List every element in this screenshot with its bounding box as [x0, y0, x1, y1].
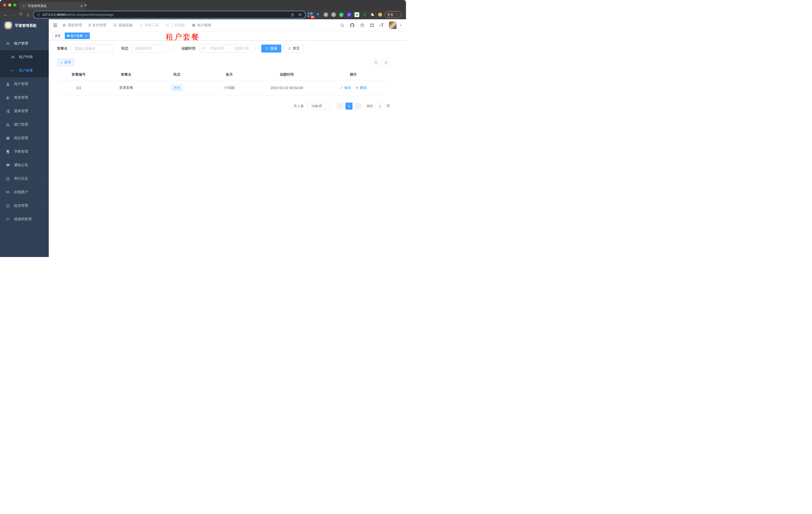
logo-image [4, 22, 12, 29]
user-avatar[interactable] [389, 22, 397, 29]
date-end-placeholder[interactable]: 结束日期 [232, 46, 252, 51]
sidebar-item-label: 用户管理 [14, 82, 28, 86]
sidebar-item-dict-management[interactable]: 字典管理 [0, 145, 49, 158]
sidebar-item-sms-management[interactable]: 短信管理 [0, 199, 49, 213]
next-page-button[interactable] [354, 103, 361, 110]
nav-item-reports[interactable]: 统计报表 [192, 23, 211, 28]
balloon-extension-icon[interactable] [316, 12, 320, 17]
command-extension-icon[interactable]: ⌘ [323, 12, 328, 17]
sidebar-item-audit-log[interactable]: 审计日志 [0, 172, 49, 185]
org-icon [5, 123, 10, 127]
font-size-icon[interactable]: тT [379, 23, 384, 28]
sidebar-item-tenant-management[interactable]: 租户管理 [0, 37, 49, 50]
nav-item-devtools[interactable]: 研发工具 [139, 23, 159, 28]
page-size-value: 10条/页 [311, 104, 322, 108]
tag-home[interactable]: 首页 [52, 32, 63, 39]
y-extension-icon[interactable]: y [339, 12, 344, 17]
package-name-input-wrap [71, 45, 113, 53]
chevron-right-icon [356, 105, 359, 108]
sidebar-item-errorcode-management[interactable]: 错误码管理 [0, 213, 49, 226]
chevron-down-icon[interactable]: ▼ [400, 24, 402, 27]
share-icon[interactable] [290, 13, 294, 17]
nav-item-system[interactable]: 系统管理 [62, 23, 82, 28]
dot-extension-icon[interactable] [331, 12, 336, 17]
browser-update-button[interactable]: 更新 ⋮ [384, 11, 402, 18]
col-created: 创建时间 [257, 69, 317, 80]
extensions-row: 10 ⌘ y [308, 12, 382, 17]
prev-page-button[interactable] [337, 103, 344, 110]
goto-page-input[interactable] [375, 103, 385, 110]
status-select-placeholder: 请选择状态 [135, 46, 152, 51]
sidebar-item-tenant-package[interactable]: 租户套餐 [0, 64, 49, 77]
page-size-select[interactable]: 10条/页 [308, 103, 331, 110]
collapse-sidebar-icon[interactable] [53, 23, 58, 28]
search-button[interactable]: 搜索 [261, 45, 281, 53]
tag-tenant-package[interactable]: 租户套餐 ✕ [65, 32, 90, 39]
signal-user-icon [5, 190, 10, 194]
top-nav: 系统管理 ¥ 支付管理 基础设施 研发工具 工作流程 [62, 23, 211, 28]
minimize-window-button[interactable] [8, 3, 11, 6]
tag-label: 租户套餐 [71, 34, 83, 38]
date-start-placeholder[interactable]: 开始日期 [207, 46, 227, 51]
nav-label: 统计报表 [197, 23, 211, 28]
fullscreen-icon[interactable] [370, 23, 374, 28]
nav-label: 系统管理 [68, 23, 82, 28]
nav-item-workflow[interactable]: 工作流程 [166, 23, 185, 28]
refresh-table-button[interactable] [382, 58, 390, 66]
sidebar-item-role-management[interactable]: 角色管理 [0, 91, 49, 104]
date-separator: - [229, 47, 230, 51]
package-name-input[interactable] [74, 46, 110, 51]
url-bar[interactable]: 127.0.0.1:48080/admin-ui/system/tenant/p… [33, 11, 305, 18]
browser-tab[interactable]: 芋道管理系统 ✕ [20, 2, 86, 10]
close-window-button[interactable] [3, 3, 6, 6]
delete-link[interactable]: 删除 [355, 86, 367, 90]
tab-close-icon[interactable]: ✕ [80, 4, 83, 8]
shield-extension-icon[interactable] [347, 12, 351, 17]
github-icon[interactable] [350, 23, 355, 28]
forward-button[interactable]: → [9, 12, 17, 17]
people-icon [5, 42, 10, 46]
home-button[interactable]: ⌂ [25, 12, 32, 18]
maximize-window-button[interactable] [13, 3, 16, 6]
back-button[interactable]: ← [2, 12, 9, 17]
sidebar-item-post-management[interactable]: 岗位管理 [0, 131, 49, 145]
sidebar-item-menu-management[interactable]: 菜单管理 [0, 104, 49, 118]
help-icon[interactable] [360, 23, 365, 28]
new-tab-button[interactable]: + [84, 2, 87, 8]
sidebar-item-user-management[interactable]: 用户管理 [0, 77, 49, 91]
chat-icon [5, 163, 10, 167]
add-button[interactable]: + 新增 [57, 59, 74, 66]
search-button-label: 搜索 [270, 46, 277, 51]
puzzle-extension-icon[interactable] [370, 12, 375, 17]
nav-item-infrastructure[interactable]: 基础设施 [113, 23, 133, 28]
filter-status-label: 状态 [121, 46, 128, 51]
url-path: /admin-ui/system/tenant/package [66, 13, 114, 17]
tag-close-icon[interactable]: ✕ [85, 34, 87, 37]
sidebar-item-label: 审计日志 [14, 177, 28, 181]
search-icon[interactable] [340, 23, 345, 28]
site-info-icon[interactable] [36, 13, 40, 17]
sidebar-item-notice[interactable]: 通知公告 [0, 158, 49, 172]
extension-badge: 10 [311, 16, 315, 19]
reload-button[interactable] [17, 12, 25, 18]
reset-button[interactable]: 重置 [284, 45, 304, 53]
tab-title: 芋道管理系统 [28, 4, 80, 8]
bookmark-star-icon[interactable] [298, 12, 302, 17]
edit-link[interactable]: 修改 [340, 86, 351, 90]
app-header: 系统管理 ¥ 支付管理 基础设施 研发工具 工作流程 [49, 19, 406, 31]
sidebar-item-online-users[interactable]: 在线用户 [0, 185, 49, 199]
sidebar-item-tenant-list[interactable]: 租户列表 [0, 50, 49, 64]
sidebar-item-department-management[interactable]: 部门管理 [0, 118, 49, 131]
current-page-button[interactable]: 1 [346, 103, 352, 110]
nav-item-payment[interactable]: ¥ 支付管理 [88, 23, 106, 28]
toggle-search-button[interactable] [372, 58, 380, 66]
chat-extension-icon[interactable] [354, 12, 359, 17]
smiley-extension-icon[interactable] [377, 12, 382, 17]
tasks-extension-icon[interactable]: 10 [308, 12, 313, 17]
status-select[interactable]: 请选择状态 [132, 45, 174, 53]
star-extension-icon[interactable] [362, 12, 367, 17]
date-range-picker[interactable]: 开始日期 - 结束日期 [199, 45, 255, 53]
filter-name-label: 套餐名 [57, 46, 67, 51]
status-badge[interactable]: 开启 [171, 84, 183, 91]
kebab-menu-icon[interactable]: ⋮ [396, 13, 399, 17]
